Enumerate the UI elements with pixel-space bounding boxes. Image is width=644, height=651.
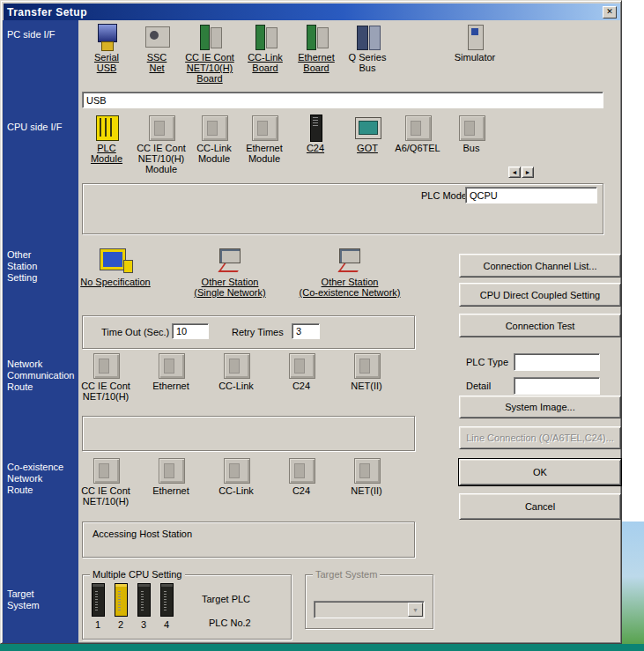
cpu-number-2: 2 [114,619,128,630]
target-system-dropdown: ▼ [314,601,425,618]
item-label: CC-Link Board [248,52,283,73]
net-route-cc-link[interactable]: CC-Link [211,352,262,391]
cpu-if-c24[interactable]: C24 [293,115,337,153]
plc-mode-label: PLC Mode [421,190,467,201]
pc-if-cc-ie-cont-board[interactable]: CC IE Cont NET/10(H) Board [181,24,239,84]
host-station-infobox [82,522,415,558]
c24-icon [298,115,333,141]
pc-if-serial-usb[interactable]: Serial USB [82,24,131,73]
cpu-module-3-icon[interactable] [137,583,151,617]
network-board-icon [192,24,227,50]
plc-type-field [514,353,600,371]
line-connection-button: Line Connection (Q/A6TEL,C24)... [459,426,621,449]
module-icon [153,352,189,379]
scroll-right-button[interactable]: ► [522,166,534,178]
coex-route-cc-ie-cont[interactable]: CC IE Cont NET/10(H) [80,457,131,507]
cpu-number-1: 1 [91,619,105,630]
cpu-module-4-icon[interactable] [159,583,174,617]
net-route-ethernet[interactable]: Ethernet [145,352,196,391]
cpu-if-ethernet-module[interactable]: Ethernet Module [239,115,290,164]
item-label: Other Station (Single Network) [194,277,265,298]
item-label: Simulator [455,52,495,63]
scroll-left-button[interactable]: ◄ [508,166,521,178]
item-label: SSC Net [147,52,167,73]
item-label: CC IE Cont NET/10(H) [81,381,130,402]
cpu-if-cc-link-module[interactable]: CC-Link Module [191,115,237,164]
pc-if-ssc-net[interactable]: SSC Net [135,24,179,73]
item-label: NET(II) [351,381,381,391]
pc-if-simulator[interactable]: Simulator [448,24,501,63]
net-route-net2[interactable]: NET(II) [341,352,392,391]
other-station-coexistence-network[interactable]: Other Station (Co-existence Network) [295,248,404,298]
module-icon [153,457,189,484]
item-label: Ethernet [152,485,189,496]
item-label: CC-Link [218,381,254,391]
other-station-no-specification[interactable]: No Specification [75,248,156,287]
pc-if-q-series-bus[interactable]: Q Series Bus [343,24,392,73]
titlebar[interactable]: Transfer Setup ✕ [4,4,620,20]
chevron-down-icon: ▼ [412,607,418,613]
cpu-if-cc-ie-cont-module[interactable]: CC IE Cont NET/10(H) Module [133,115,189,174]
transfer-setup-dialog: Transfer Setup ✕ PC side I/F CPU side I/… [0,0,622,644]
plc-type-label: PLC Type [466,357,508,367]
item-label: Serial USB [94,52,119,73]
retry-times-field[interactable] [292,323,320,339]
module-icon [349,457,384,484]
cpu-module-2-icon[interactable] [114,583,128,617]
serial-usb-icon [89,24,124,50]
cpu-number-3: 3 [137,619,151,630]
host-station-text: Accessing Host Station [93,529,192,539]
ok-button[interactable]: OK [459,459,621,485]
pc-if-cc-link-board[interactable]: CC-Link Board [241,24,290,73]
coex-route-cc-link[interactable]: CC-Link [211,457,262,496]
coex-route-c24[interactable]: C24 [276,457,327,496]
connection-channel-list-button[interactable]: Connection Channel List... [459,254,621,277]
connection-test-button[interactable]: Connection Test [459,314,621,337]
module-icon [349,352,384,379]
module-icon [88,352,123,379]
coex-route-net2[interactable]: NET(II) [341,457,392,496]
simulator-icon [457,24,492,50]
cancel-button[interactable]: Cancel [459,493,621,520]
item-label: A6/Q6TEL [395,143,440,153]
pc-interface-value-field[interactable] [82,92,603,108]
multiple-cpu-setting-title: Multiple CPU Setting [90,569,185,580]
net-route-c24[interactable]: C24 [276,352,327,391]
time-out-field[interactable] [172,323,209,339]
plc-mode-field[interactable] [465,187,597,203]
cpu-if-got[interactable]: GOT [346,115,389,153]
system-image-button[interactable]: System Image... [459,396,621,418]
other-station-single-network[interactable]: Other Station (Single Network) [181,248,279,298]
item-label: Bus [463,143,480,153]
label-network-communication-route: Network Communication Route [7,359,74,393]
item-label: CC-Link [218,485,254,496]
cpu-direct-coupled-setting-button[interactable]: CPU Direct Coupled Setting [459,283,621,307]
module-icon [247,115,282,141]
cpu-if-a6-q6tel[interactable]: A6/Q6TEL [390,115,445,153]
plc-no-value: PLC No.2 [209,618,251,628]
cpu-if-plc-module[interactable]: PLC Module [82,115,131,164]
network-board-icon [248,24,283,50]
pc-if-ethernet-board[interactable]: Ethernet Board [292,24,341,73]
target-system-title: Target System [313,569,380,580]
module-icon [284,352,319,379]
net-route-cc-ie-cont[interactable]: CC IE Cont NET/10(H) [80,352,131,402]
network-route-infobox [82,416,415,451]
target-plc-label: Target PLC [202,594,250,604]
ssc-net-icon [139,24,174,50]
time-out-label: Time Out (Sec.) [101,327,169,337]
module-icon [454,115,489,141]
arrow-right-icon: ► [525,169,531,175]
item-label: No Specification [80,277,151,287]
cpu-number-4: 4 [159,619,174,630]
detail-field [514,377,600,395]
q-series-bus-icon [350,24,385,50]
coex-route-ethernet[interactable]: Ethernet [145,457,196,496]
close-button[interactable]: ✕ [603,6,617,18]
no-specification-icon [98,248,133,275]
module-icon [400,115,435,141]
module-icon [88,457,123,484]
cpu-if-bus[interactable]: Bus [448,115,494,153]
cpu-module-1-icon[interactable] [91,583,105,617]
item-label: CC IE Cont NET/10(H) Module [137,143,186,174]
